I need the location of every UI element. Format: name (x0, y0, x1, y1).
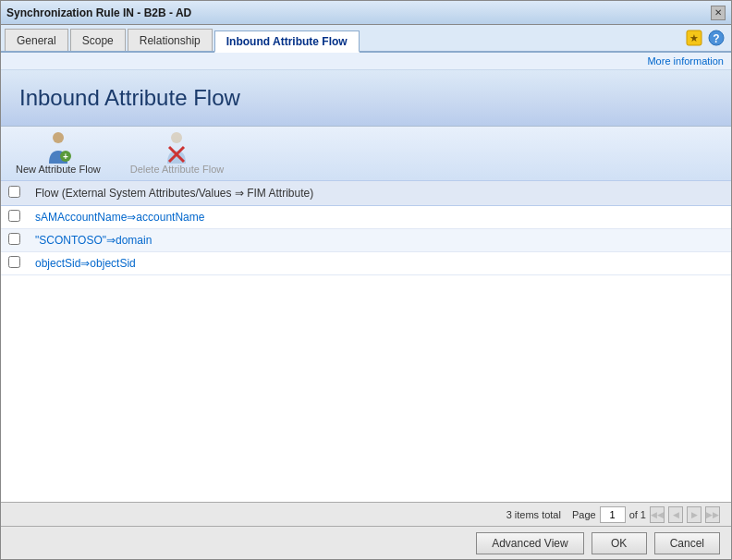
svg-point-7 (171, 132, 182, 143)
table-container: Flow (External System Attributes/Values … (1, 181, 731, 502)
table-row: "SCONTOSO"⇒domain (1, 229, 731, 252)
ok-button[interactable]: OK (592, 532, 647, 554)
window-title: Synchronization Rule IN - B2B - AD (6, 6, 191, 19)
tab-bar: General Scope Relationship Inbound Attri… (1, 25, 731, 53)
advanced-view-button[interactable]: Advanced View (476, 532, 584, 554)
new-attribute-flow-btn[interactable]: + New Attribute Flow (16, 132, 101, 175)
select-all-checkbox[interactable] (8, 186, 20, 198)
flow-table: Flow (External System Attributes/Values … (1, 181, 731, 275)
main-window: Synchronization Rule IN - B2B - AD ✕ Gen… (0, 0, 732, 560)
new-attribute-flow-icon: + (43, 132, 73, 162)
flow-link-2[interactable]: "SCONTOSO"⇒domain (35, 234, 152, 247)
row-checkbox-2[interactable] (8, 233, 20, 245)
page-header: Inbound Attribute Flow (1, 70, 731, 127)
table-row: sAMAccountName⇒accountName (1, 206, 731, 229)
more-info-link[interactable]: More information (647, 55, 724, 67)
footer: Advanced View OK Cancel (1, 526, 731, 559)
star-icon-btn[interactable]: ★ (685, 29, 703, 47)
flow-column-header: Flow (External System Attributes/Values … (28, 181, 731, 206)
content-area: More information Inbound Attribute Flow (1, 53, 731, 526)
last-page-btn[interactable]: ▶▶ (705, 506, 720, 523)
svg-text:★: ★ (689, 32, 699, 43)
tab-scope[interactable]: Scope (70, 29, 126, 51)
more-info-bar: More information (1, 53, 731, 70)
title-bar: Synchronization Rule IN - B2B - AD ✕ (1, 1, 731, 25)
row-checkbox-3[interactable] (8, 256, 20, 268)
row-checkbox-1[interactable] (8, 210, 20, 222)
new-attribute-flow-label: New Attribute Flow (16, 164, 101, 175)
tab-relationship[interactable]: Relationship (128, 29, 213, 51)
close-button[interactable]: ✕ (711, 6, 726, 20)
status-bar: 3 items total Page of 1 ◀◀ ◀ ▶ ▶▶ (1, 502, 731, 526)
table-row: objectSid⇒objectSid (1, 252, 731, 275)
tab-inbound-attribute-flow[interactable]: Inbound Attribute Flow (214, 30, 360, 53)
svg-point-4 (53, 132, 64, 143)
delete-attribute-flow-label: Delete Attribute Flow (130, 164, 225, 175)
svg-text:+: + (63, 152, 68, 162)
next-page-btn[interactable]: ▶ (687, 506, 702, 523)
tab-bar-icons: ★ ? (685, 29, 726, 47)
prev-page-btn[interactable]: ◀ (668, 506, 683, 523)
flow-link-1[interactable]: sAMAccountName⇒accountName (35, 211, 204, 224)
flow-link-3[interactable]: objectSid⇒objectSid (35, 257, 136, 270)
close-icon: ✕ (714, 7, 722, 18)
page-of-total: of 1 (629, 509, 646, 520)
items-total: 3 items total (506, 509, 561, 520)
svg-text:?: ? (713, 32, 719, 45)
cancel-button[interactable]: Cancel (654, 532, 720, 554)
page-label: Page (572, 509, 596, 520)
page-input[interactable] (600, 506, 626, 523)
delete-attribute-flow-btn[interactable]: Delete Attribute Flow (130, 132, 225, 175)
delete-attribute-flow-icon (162, 132, 191, 162)
first-page-btn[interactable]: ◀◀ (650, 506, 665, 523)
page-title: Inbound Attribute Flow (19, 85, 713, 111)
toolbar: + New Attribute Flow (1, 127, 731, 181)
table-header: Flow (External System Attributes/Values … (1, 181, 731, 206)
page-controls: Page of 1 ◀◀ ◀ ▶ ▶▶ (572, 506, 720, 523)
tab-general[interactable]: General (5, 29, 68, 51)
help-icon-btn[interactable]: ? (707, 29, 726, 47)
